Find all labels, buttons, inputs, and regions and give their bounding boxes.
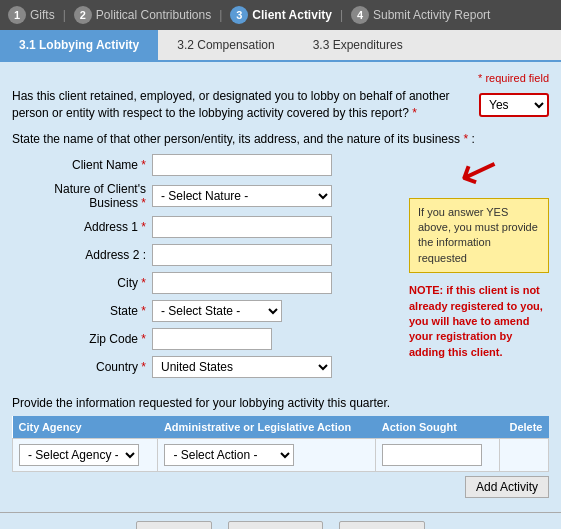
client-name-label: Client Name * bbox=[12, 158, 152, 172]
delete-cell bbox=[499, 438, 548, 471]
action-sought-input[interactable] bbox=[382, 444, 482, 466]
nav-sep-3: | bbox=[340, 8, 343, 22]
col-delete: Delete bbox=[499, 416, 548, 439]
col-action-type: Administrative or Legislative Action bbox=[158, 416, 376, 439]
col-city-agency: City Agency bbox=[13, 416, 158, 439]
nature-business-select[interactable]: - Select Nature - bbox=[152, 185, 332, 207]
city-row: City * bbox=[12, 272, 401, 294]
step-num-1: 1 bbox=[8, 6, 26, 24]
step-label-client: Client Activity bbox=[252, 8, 332, 22]
question-required-star: * bbox=[412, 106, 417, 120]
state-select[interactable]: - Select State - bbox=[152, 300, 282, 322]
country-label: Country * bbox=[12, 360, 152, 374]
action-cell: - Select Action - bbox=[158, 438, 376, 471]
nature-business-label: Nature of Client's Business * bbox=[12, 182, 152, 210]
form-annotation-container: Client Name * Nature of Client's Busines… bbox=[12, 154, 549, 384]
step-num-2: 2 bbox=[74, 6, 92, 24]
nav-step-submit[interactable]: 4 Submit Activity Report bbox=[351, 6, 490, 24]
step-label-submit: Submit Activity Report bbox=[373, 8, 490, 22]
add-activity-row: Add Activity bbox=[12, 476, 549, 498]
annotation-panel: ↙ If you answer YES above, you must prov… bbox=[409, 154, 549, 384]
address2-input[interactable] bbox=[152, 244, 332, 266]
required-field-note: * required field bbox=[12, 72, 549, 84]
question-text: Has this client retained, employed, or d… bbox=[12, 88, 471, 122]
nav-sep-2: | bbox=[219, 8, 222, 22]
tab-compensation[interactable]: 3.2 Compensation bbox=[158, 30, 293, 60]
address1-label: Address 1 * bbox=[12, 220, 152, 234]
sub-navigation: 3.1 Lobbying Activity 3.2 Compensation 3… bbox=[0, 30, 561, 62]
address1-input[interactable] bbox=[152, 216, 332, 238]
agency-select[interactable]: - Select Agency - bbox=[19, 444, 139, 466]
nav-step-gifts[interactable]: 1 Gifts bbox=[8, 6, 55, 24]
action-select[interactable]: - Select Action - bbox=[164, 444, 294, 466]
city-input[interactable] bbox=[152, 272, 332, 294]
nav-step-client[interactable]: 3 Client Activity bbox=[230, 6, 332, 24]
country-select[interactable]: United States bbox=[152, 356, 332, 378]
tab-lobbying-activity[interactable]: 3.1 Lobbying Activity bbox=[0, 30, 158, 60]
question-row: Has this client retained, employed, or d… bbox=[12, 88, 549, 122]
form-fields: Client Name * Nature of Client's Busines… bbox=[12, 154, 401, 384]
sought-cell bbox=[376, 438, 500, 471]
bottom-button-bar: Cancel Save Draft Continue bbox=[0, 512, 561, 529]
zip-input[interactable] bbox=[152, 328, 272, 350]
agency-cell: - Select Agency - bbox=[13, 438, 158, 471]
yes-no-select[interactable]: Yes No bbox=[479, 93, 549, 117]
continue-button[interactable]: Continue bbox=[339, 521, 425, 529]
col-action-sought: Action Sought bbox=[376, 416, 500, 439]
table-row: - Select Agency - - Select Action - bbox=[13, 438, 549, 471]
address2-row: Address 2 : bbox=[12, 244, 401, 266]
city-label: City * bbox=[12, 276, 152, 290]
step-label-gifts: Gifts bbox=[30, 8, 55, 22]
state-label-field: State * bbox=[12, 304, 152, 318]
tab-expenditures[interactable]: 3.3 Expenditures bbox=[294, 30, 422, 60]
country-row: Country * United States bbox=[12, 356, 401, 378]
step-label-political: Political Contributions bbox=[96, 8, 211, 22]
step-num-4: 4 bbox=[351, 6, 369, 24]
zip-row: Zip Code * bbox=[12, 328, 401, 350]
step-num-3: 3 bbox=[230, 6, 248, 24]
main-content: * required field Has this client retaine… bbox=[0, 62, 561, 512]
nav-step-political[interactable]: 2 Political Contributions bbox=[74, 6, 211, 24]
add-activity-button[interactable]: Add Activity bbox=[465, 476, 549, 498]
address1-row: Address 1 * bbox=[12, 216, 401, 238]
table-intro-text: Provide the information requested for yo… bbox=[12, 396, 549, 410]
zip-label: Zip Code * bbox=[12, 332, 152, 346]
state-row: State * - Select State - bbox=[12, 300, 401, 322]
activity-table-section: Provide the information requested for yo… bbox=[12, 396, 549, 498]
activity-table: City Agency Administrative or Legislativ… bbox=[12, 416, 549, 472]
nav-sep-1: | bbox=[63, 8, 66, 22]
save-draft-button[interactable]: Save Draft bbox=[228, 521, 323, 529]
nature-business-row: Nature of Client's Business * - Select N… bbox=[12, 182, 401, 210]
client-name-row: Client Name * bbox=[12, 154, 401, 176]
cancel-button[interactable]: Cancel bbox=[136, 521, 211, 529]
top-navigation: 1 Gifts | 2 Political Contributions | 3 … bbox=[0, 0, 561, 30]
address2-label: Address 2 : bbox=[12, 248, 152, 262]
note-text: NOTE: if this client is not already regi… bbox=[409, 283, 549, 360]
client-name-input[interactable] bbox=[152, 154, 332, 176]
